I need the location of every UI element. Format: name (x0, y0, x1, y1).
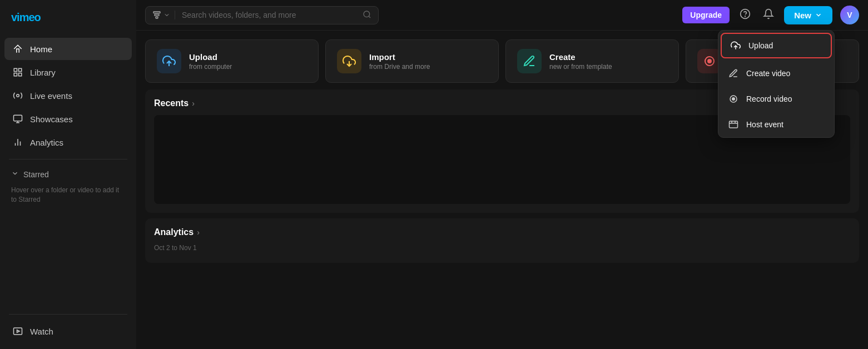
dropdown-create-video-icon (727, 67, 740, 79)
dropdown-upload-label: Upload (748, 41, 773, 50)
recents-title: Recents (154, 98, 189, 108)
import-card-icon (337, 49, 361, 73)
import-card-text: Import from Drive and more (369, 52, 430, 71)
dropdown-upload-icon (730, 39, 742, 52)
sidebar-item-showcases-label: Showcases (30, 114, 73, 124)
svg-point-23 (732, 98, 735, 101)
sidebar-bottom-nav: Watch (0, 320, 136, 342)
analytics-title: Analytics (154, 227, 194, 237)
create-card-subtitle: new or from template (549, 63, 612, 71)
import-card-title: Import (369, 52, 430, 62)
svg-rect-2 (19, 68, 22, 71)
dropdown-item-record-video[interactable]: Record video (718, 86, 834, 112)
svg-rect-24 (730, 121, 738, 128)
sidebar-item-analytics-label: Analytics (30, 138, 63, 147)
svg-point-20 (708, 59, 711, 63)
sidebar: vimeo Home Library Live events (0, 0, 136, 349)
sidebar-item-live-events[interactable]: Live events (4, 84, 132, 107)
search-filter-button[interactable] (152, 11, 175, 19)
upgrade-button[interactable]: Upgrade (682, 7, 730, 23)
upload-card[interactable]: Upload from computer (145, 39, 319, 83)
starred-section: Starred Hover over a folder or video to … (0, 165, 136, 205)
upload-card-text: Upload from computer (189, 52, 232, 71)
svg-point-14 (364, 11, 370, 17)
dropdown-host-event-label: Host event (746, 120, 783, 129)
import-card[interactable]: Import from Drive and more (325, 39, 499, 83)
sidebar-nav: Home Library Live events Showcases Analy… (0, 38, 136, 153)
dropdown-record-video-icon (727, 93, 740, 105)
sidebar-divider-1 (9, 159, 127, 159)
sidebar-item-watch[interactable]: Watch (4, 320, 132, 342)
live-events-icon (12, 90, 23, 101)
svg-rect-11 (153, 12, 160, 13)
sidebar-bottom: Watch (0, 308, 136, 342)
topbar: Upgrade New V (136, 0, 868, 31)
upload-card-title: Upload (189, 52, 232, 62)
dropdown-item-upload[interactable]: Upload (721, 33, 832, 58)
sidebar-item-showcases[interactable]: Showcases (4, 108, 132, 130)
new-button[interactable]: New (784, 6, 832, 24)
analytics-section: Analytics › Oct 2 to Nov 1 (145, 218, 859, 263)
svg-rect-10 (14, 328, 22, 335)
search-bar-container (145, 6, 379, 24)
new-dropdown-menu: Upload Create video Record video Host ev… (718, 30, 835, 138)
analytics-icon (12, 137, 23, 148)
main-content: Upgrade New V Upload from computer (136, 0, 868, 349)
upload-card-subtitle: from computer (189, 63, 232, 71)
import-card-subtitle: from Drive and more (369, 63, 430, 71)
svg-rect-12 (155, 14, 159, 16)
svg-rect-4 (14, 73, 17, 76)
analytics-subtitle: Oct 2 to Nov 1 (154, 244, 850, 252)
logo-area: vimeo (0, 7, 136, 38)
avatar[interactable]: V (840, 6, 859, 24)
dropdown-create-video-label: Create video (746, 69, 790, 78)
dropdown-host-event-icon (727, 118, 740, 131)
sidebar-item-library-label: Library (30, 68, 56, 77)
vimeo-logo: vimeo (11, 11, 125, 27)
create-card-title: Create (549, 52, 612, 62)
analytics-header: Analytics › (154, 227, 850, 237)
starred-hint: Hover over a folder or video to add it t… (11, 183, 125, 205)
svg-point-5 (17, 94, 19, 97)
sidebar-item-live-events-label: Live events (30, 91, 72, 101)
create-card[interactable]: Create new or from template (505, 39, 679, 83)
dropdown-record-video-label: Record video (746, 94, 792, 103)
search-icon (363, 10, 371, 21)
showcases-icon (12, 113, 23, 124)
home-icon (12, 43, 23, 54)
topbar-right: Upgrade New V (682, 6, 859, 24)
sidebar-item-home[interactable]: Home (4, 38, 132, 60)
svg-rect-3 (19, 73, 22, 76)
new-button-label: New (794, 11, 811, 20)
svg-rect-13 (156, 17, 158, 18)
recents-arrow[interactable]: › (192, 99, 195, 108)
sidebar-item-watch-label: Watch (30, 327, 53, 336)
help-button[interactable] (737, 6, 753, 24)
dropdown-item-host-event[interactable]: Host event (718, 112, 834, 137)
sidebar-item-analytics[interactable]: Analytics (4, 131, 132, 153)
upload-card-icon (157, 49, 181, 73)
search-input[interactable] (182, 11, 358, 19)
sidebar-item-library[interactable]: Library (4, 61, 132, 83)
svg-rect-1 (14, 68, 17, 71)
watch-icon (12, 326, 23, 337)
notifications-button[interactable] (761, 6, 776, 24)
create-card-icon (517, 49, 542, 73)
sidebar-divider-2 (9, 314, 127, 315)
chevron-down-icon (11, 169, 19, 179)
dropdown-item-create-video[interactable]: Create video (718, 61, 834, 86)
create-card-text: Create new or from template (549, 52, 612, 71)
starred-header[interactable]: Starred (11, 165, 125, 183)
library-icon (12, 67, 23, 78)
starred-label: Starred (23, 170, 49, 179)
svg-rect-6 (14, 115, 22, 121)
sidebar-item-home-label: Home (30, 44, 52, 54)
analytics-arrow[interactable]: › (197, 228, 200, 237)
svg-point-16 (745, 16, 746, 16)
svg-text:vimeo: vimeo (11, 11, 41, 23)
